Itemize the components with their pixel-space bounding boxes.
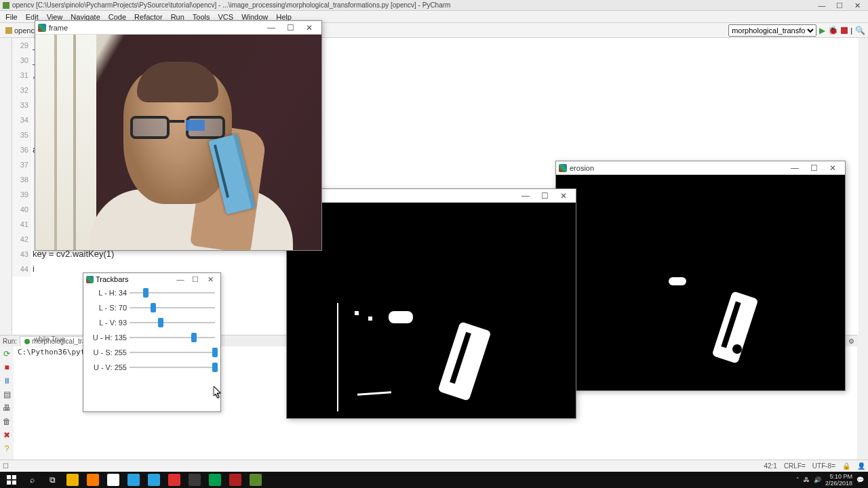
mask-view [287, 203, 576, 418]
close-button[interactable]: ✕ [300, 23, 319, 33]
taskbar-clock[interactable]: 5:10 PM 2/26/2018 [825, 473, 852, 487]
trackbar-row: U - H: 135 [83, 330, 220, 345]
close-button[interactable]: ✕ [554, 191, 573, 201]
cv-window-trackbars[interactable]: Trackbars —☐✕ L - H: 34 L - S: 70 L - V:… [83, 272, 221, 412]
tray-volume-icon[interactable]: 🔊 [814, 476, 821, 483]
trackbar-slider[interactable] [130, 333, 215, 342]
trackbar-slider[interactable] [130, 318, 215, 327]
run-icon[interactable]: ▶ [819, 26, 825, 35]
maximize-button[interactable]: ☐ [804, 163, 823, 173]
menu-file[interactable]: File [1, 13, 22, 21]
stop-icon[interactable] [841, 27, 848, 34]
close-button[interactable]: ✕ [823, 163, 842, 173]
trackbar-label: U - V: 255 [89, 363, 130, 371]
menu-window[interactable]: Window [237, 13, 272, 21]
gear-icon[interactable]: ⚙ [848, 338, 854, 345]
trackbar-row: L - S: 70 [83, 300, 220, 315]
trackbar-slider[interactable] [130, 288, 215, 298]
menu-navigate[interactable]: Navigate [66, 13, 104, 21]
taskbar-app[interactable] [225, 472, 245, 487]
stop-icon[interactable]: ■ [2, 363, 12, 372]
trackbar-label: L - H: 34 [89, 289, 130, 297]
start-button[interactable] [1, 472, 22, 487]
taskbar-app[interactable] [245, 472, 266, 487]
opencv-icon [86, 276, 94, 283]
trash-icon[interactable]: 🗑 [2, 417, 12, 426]
maximize-button[interactable]: ☐ [281, 23, 300, 33]
while-context: while True [34, 336, 65, 343]
pause-icon[interactable]: ⏸ [2, 376, 12, 386]
line-gutter: 29303132333435363738394041424344 [12, 38, 31, 277]
trackbar-row: L - H: 34 [83, 285, 220, 300]
menu-code[interactable]: Code [104, 13, 130, 21]
menu-refactor[interactable]: Refactor [130, 13, 167, 21]
svg-rect-0 [7, 475, 11, 479]
encoding: UTF-8= [812, 462, 835, 470]
taskbar-app[interactable] [62, 472, 83, 487]
close-button[interactable]: ✕ [203, 275, 218, 284]
close-button[interactable]: ✕ [849, 1, 865, 9]
hector-icon[interactable]: 👤 [857, 462, 865, 470]
svg-rect-3 [12, 481, 16, 485]
cv-window-frame[interactable]: frame —☐✕ [35, 20, 322, 251]
pycharm-icon [3, 2, 9, 9]
trackbar-label: L - S: 70 [89, 304, 130, 312]
trackbar-row: U - S: 255 [83, 345, 220, 360]
taskbar-app[interactable] [103, 472, 123, 487]
minimize-button[interactable]: — [785, 163, 804, 173]
run-toolbar: ⟳ ■ ⏸ ▤ 🖶 🗑 ✖ ? [0, 346, 14, 469]
minimize-button[interactable]: — [516, 191, 535, 201]
minimize-button[interactable]: — [262, 23, 281, 33]
tray-network-icon[interactable]: 🖧 [804, 476, 810, 483]
run-label: Run: [3, 338, 17, 345]
line-sep: CRLF= [784, 462, 806, 470]
cv-title: Trackbars [96, 275, 173, 283]
tray-chevron-icon[interactable]: ˄ [796, 476, 800, 483]
taskbar-app[interactable] [164, 472, 184, 487]
cv-title: erosion [570, 164, 785, 172]
taskbar-app[interactable] [205, 472, 225, 487]
taskview-icon[interactable]: ⧉ [42, 472, 62, 487]
taskbar-app[interactable] [123, 472, 144, 487]
help-icon[interactable]: ? [2, 444, 12, 453]
cv-window-mask[interactable]: —☐✕ [286, 188, 576, 419]
taskbar-app[interactable] [184, 472, 205, 487]
menu-help[interactable]: Help [272, 13, 296, 21]
menu-run[interactable]: Run [167, 13, 189, 21]
minimize-button[interactable]: — [814, 1, 830, 9]
rerun-icon[interactable]: ⟳ [2, 349, 12, 359]
maximize-button[interactable]: ☐ [535, 191, 554, 201]
taskbar-app[interactable] [83, 472, 103, 487]
erosion-view [556, 175, 845, 390]
notifications-icon[interactable]: 💬 [856, 476, 864, 483]
trackbar-slider[interactable] [130, 348, 215, 357]
close-icon[interactable]: ✖ [2, 430, 12, 440]
menu-tools[interactable]: Tools [189, 13, 214, 21]
webcam-view [35, 35, 321, 250]
lock-icon: 🔒 [842, 462, 850, 470]
layout-icon[interactable]: ▤ [2, 390, 12, 399]
menu-vcs[interactable]: VCS [214, 13, 238, 21]
maximize-button[interactable]: ☐ [831, 1, 848, 9]
taskbar-app[interactable] [144, 472, 164, 487]
run-config-select[interactable]: morphological_transformations [728, 24, 816, 37]
trackbar-row: L - V: 93 [83, 315, 220, 330]
menu-edit[interactable]: Edit [22, 13, 43, 21]
minimize-button[interactable]: — [173, 275, 188, 283]
search-icon[interactable]: 🔍 [855, 26, 865, 35]
trackbar-slider[interactable] [130, 303, 215, 312]
trackbar-label: L - V: 93 [89, 319, 130, 327]
caret-pos: 42:1 [764, 462, 776, 470]
svg-rect-1 [12, 475, 16, 479]
opencv-icon [559, 164, 567, 172]
print-icon[interactable]: 🖶 [2, 403, 12, 413]
statusbar: ☐ 42:1 CRLF= UTF-8= 🔒 👤 [0, 460, 868, 472]
cv-title: frame [49, 24, 262, 32]
cv-window-erosion[interactable]: erosion —☐✕ [555, 161, 846, 391]
search-icon[interactable]: ⌕ [22, 472, 42, 487]
maximize-button[interactable]: ☐ [188, 275, 203, 284]
trackbar-slider[interactable] [130, 363, 215, 372]
debug-icon[interactable]: 🐞 [828, 26, 838, 35]
menu-view[interactable]: View [43, 13, 67, 21]
trackbar-row: U - V: 255 [83, 360, 220, 375]
